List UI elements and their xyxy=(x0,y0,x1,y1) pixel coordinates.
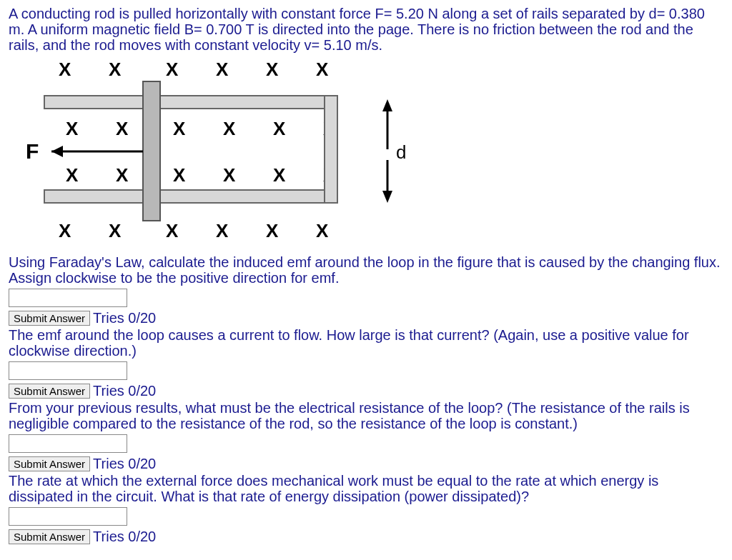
svg-text:X: X xyxy=(166,60,179,80)
svg-text:X: X xyxy=(266,220,279,241)
svg-text:X: X xyxy=(173,164,186,186)
svg-text:X: X xyxy=(59,60,71,80)
question-4-text: The rate at which the external force doe… xyxy=(9,473,723,504)
force-label: F xyxy=(26,139,39,163)
svg-rect-26 xyxy=(325,96,337,203)
svg-text:X: X xyxy=(109,60,122,80)
svg-text:X: X xyxy=(116,118,129,139)
svg-text:X: X xyxy=(223,164,236,186)
svg-rect-24 xyxy=(44,96,337,109)
svg-text:X: X xyxy=(66,118,79,139)
physics-diagram: XXXXXX XXXXXX XXXXXX XXXXXX F d xyxy=(23,60,423,246)
answer-input-3[interactable] xyxy=(9,434,127,453)
svg-text:X: X xyxy=(59,220,71,241)
svg-marker-29 xyxy=(51,146,63,157)
svg-text:X: X xyxy=(116,164,129,186)
svg-text:X: X xyxy=(273,118,286,139)
svg-text:X: X xyxy=(66,164,79,186)
submit-button-3[interactable]: Submit Answer xyxy=(9,456,90,471)
answer-input-2[interactable] xyxy=(9,361,127,380)
submit-button-2[interactable]: Submit Answer xyxy=(9,384,90,399)
svg-rect-25 xyxy=(44,190,337,203)
tries-3: Tries 0/20 xyxy=(93,456,156,471)
question-3-text: From your previous results, what must be… xyxy=(9,400,723,431)
svg-text:X: X xyxy=(316,220,329,241)
svg-text:X: X xyxy=(109,220,122,241)
question-2-text: The emf around the loop causes a current… xyxy=(9,327,723,359)
problem-intro: A conducting rod is pulled horizontally … xyxy=(9,6,723,53)
svg-text:X: X xyxy=(173,118,186,139)
answer-input-1[interactable] xyxy=(9,289,127,307)
svg-text:X: X xyxy=(166,220,179,241)
question-1-text: Using Faraday's Law, calculate the induc… xyxy=(9,254,723,286)
svg-text:X: X xyxy=(273,164,286,186)
tries-1: Tries 0/20 xyxy=(93,310,156,326)
tries-4: Tries 0/20 xyxy=(93,529,156,544)
svg-text:X: X xyxy=(223,118,236,139)
submit-button-4[interactable]: Submit Answer xyxy=(9,529,90,544)
svg-marker-31 xyxy=(382,99,392,111)
svg-text:X: X xyxy=(216,220,229,241)
svg-marker-33 xyxy=(382,191,392,203)
svg-text:X: X xyxy=(266,60,279,80)
svg-rect-27 xyxy=(143,81,160,221)
submit-button-1[interactable]: Submit Answer xyxy=(9,311,90,326)
svg-text:X: X xyxy=(316,60,329,80)
answer-input-4[interactable] xyxy=(9,507,127,526)
tries-2: Tries 0/20 xyxy=(93,383,156,399)
d-label: d xyxy=(396,141,406,163)
svg-text:X: X xyxy=(216,60,229,80)
